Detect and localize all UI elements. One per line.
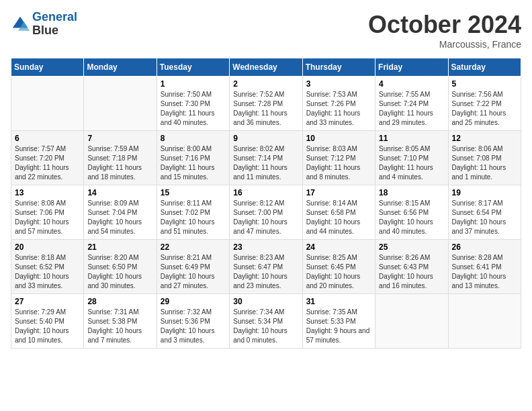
day-info: Sunrise: 8:25 AM Sunset: 6:45 PM Dayligh… — [306, 253, 371, 291]
day-number: 1 — [161, 79, 226, 89]
day-info: Sunrise: 8:08 AM Sunset: 7:06 PM Dayligh… — [15, 199, 80, 236]
day-number: 25 — [379, 242, 444, 252]
calendar-cell: 12Sunrise: 8:06 AM Sunset: 7:08 PM Dayli… — [448, 131, 521, 185]
day-number: 22 — [161, 242, 226, 252]
calendar-cell: 3Sunrise: 7:53 AM Sunset: 7:26 PM Daylig… — [302, 77, 375, 131]
day-info: Sunrise: 8:14 AM Sunset: 6:58 PM Dayligh… — [306, 199, 371, 236]
day-info: Sunrise: 8:20 AM Sunset: 6:50 PM Dayligh… — [87, 253, 152, 291]
day-number: 19 — [452, 188, 517, 197]
day-info: Sunrise: 7:50 AM Sunset: 7:30 PM Dayligh… — [161, 90, 226, 128]
calendar-cell: 17Sunrise: 8:14 AM Sunset: 6:58 PM Dayli… — [302, 185, 375, 240]
day-number: 10 — [306, 134, 371, 143]
calendar-cell: 9Sunrise: 8:02 AM Sunset: 7:14 PM Daylig… — [230, 131, 302, 185]
day-number: 13 — [15, 188, 80, 197]
logo-icon — [11, 15, 30, 34]
calendar-cell: 22Sunrise: 8:21 AM Sunset: 6:49 PM Dayli… — [157, 240, 229, 294]
day-info: Sunrise: 7:29 AM Sunset: 5:40 PM Dayligh… — [15, 308, 80, 345]
calendar-cell — [84, 77, 157, 131]
weekday-header: Saturday — [448, 58, 521, 77]
day-number: 27 — [15, 297, 80, 306]
day-info: Sunrise: 7:59 AM Sunset: 7:18 PM Dayligh… — [87, 144, 152, 182]
title-block: October 2024 Marcoussis, France — [368, 11, 521, 50]
day-info: Sunrise: 8:23 AM Sunset: 6:47 PM Dayligh… — [233, 253, 298, 291]
calendar-cell: 27Sunrise: 7:29 AM Sunset: 5:40 PM Dayli… — [11, 294, 84, 349]
day-info: Sunrise: 8:00 AM Sunset: 7:16 PM Dayligh… — [161, 144, 226, 182]
day-number: 6 — [15, 134, 80, 143]
day-number: 24 — [306, 242, 371, 252]
day-info: Sunrise: 8:17 AM Sunset: 6:54 PM Dayligh… — [452, 199, 517, 236]
calendar-cell: 23Sunrise: 8:23 AM Sunset: 6:47 PM Dayli… — [230, 240, 302, 294]
day-number: 31 — [306, 297, 371, 306]
calendar-cell — [375, 294, 448, 349]
day-info: Sunrise: 8:06 AM Sunset: 7:08 PM Dayligh… — [452, 144, 517, 182]
calendar-cell — [11, 77, 84, 131]
day-info: Sunrise: 8:26 AM Sunset: 6:43 PM Dayligh… — [379, 253, 444, 291]
day-number: 2 — [233, 79, 298, 89]
day-number: 18 — [379, 188, 444, 197]
calendar-week-row: 1Sunrise: 7:50 AM Sunset: 7:30 PM Daylig… — [11, 77, 521, 131]
day-info: Sunrise: 8:09 AM Sunset: 7:04 PM Dayligh… — [87, 199, 152, 236]
day-number: 8 — [161, 134, 226, 143]
day-number: 17 — [306, 188, 371, 197]
location: Marcoussis, France — [368, 39, 521, 50]
day-number: 16 — [233, 188, 298, 197]
day-info: Sunrise: 7:53 AM Sunset: 7:26 PM Dayligh… — [306, 90, 371, 128]
day-number: 26 — [452, 242, 517, 252]
day-info: Sunrise: 8:11 AM Sunset: 7:02 PM Dayligh… — [161, 199, 226, 236]
day-number: 30 — [233, 297, 298, 306]
day-info: Sunrise: 8:28 AM Sunset: 6:41 PM Dayligh… — [452, 253, 517, 291]
day-info: Sunrise: 7:31 AM Sunset: 5:38 PM Dayligh… — [87, 308, 152, 345]
logo: General Blue — [11, 11, 77, 38]
calendar-cell: 29Sunrise: 7:32 AM Sunset: 5:36 PM Dayli… — [157, 294, 229, 349]
calendar-cell: 16Sunrise: 8:12 AM Sunset: 7:00 PM Dayli… — [230, 185, 302, 240]
day-info: Sunrise: 8:18 AM Sunset: 6:52 PM Dayligh… — [15, 253, 80, 291]
calendar-cell: 15Sunrise: 8:11 AM Sunset: 7:02 PM Dayli… — [157, 185, 229, 240]
day-info: Sunrise: 7:52 AM Sunset: 7:28 PM Dayligh… — [233, 90, 298, 128]
day-number: 15 — [161, 188, 226, 197]
day-number: 21 — [87, 242, 152, 252]
day-info: Sunrise: 7:57 AM Sunset: 7:20 PM Dayligh… — [15, 144, 80, 182]
calendar-cell: 8Sunrise: 8:00 AM Sunset: 7:16 PM Daylig… — [157, 131, 229, 185]
weekday-header: Monday — [84, 58, 157, 77]
day-number: 14 — [87, 188, 152, 197]
calendar-cell: 14Sunrise: 8:09 AM Sunset: 7:04 PM Dayli… — [84, 185, 157, 240]
calendar-cell: 28Sunrise: 7:31 AM Sunset: 5:38 PM Dayli… — [84, 294, 157, 349]
day-number: 11 — [379, 134, 444, 143]
calendar-cell: 18Sunrise: 8:15 AM Sunset: 6:56 PM Dayli… — [375, 185, 448, 240]
logo-line2: Blue — [32, 24, 77, 38]
day-number: 9 — [233, 134, 298, 143]
day-number: 3 — [306, 79, 371, 89]
day-info: Sunrise: 8:12 AM Sunset: 7:00 PM Dayligh… — [233, 199, 298, 236]
calendar-cell: 6Sunrise: 7:57 AM Sunset: 7:20 PM Daylig… — [11, 131, 84, 185]
calendar-week-row: 27Sunrise: 7:29 AM Sunset: 5:40 PM Dayli… — [11, 294, 521, 349]
calendar-week-row: 13Sunrise: 8:08 AM Sunset: 7:06 PM Dayli… — [11, 185, 521, 240]
weekday-header: Friday — [375, 58, 448, 77]
day-number: 5 — [452, 79, 517, 89]
header-row: SundayMondayTuesdayWednesdayThursdayFrid… — [11, 58, 521, 77]
page-header: General Blue October 2024 Marcoussis, Fr… — [11, 11, 521, 50]
day-info: Sunrise: 7:34 AM Sunset: 5:34 PM Dayligh… — [233, 308, 298, 345]
day-number: 29 — [161, 297, 226, 306]
day-info: Sunrise: 8:02 AM Sunset: 7:14 PM Dayligh… — [233, 144, 298, 182]
weekday-header: Wednesday — [230, 58, 302, 77]
day-info: Sunrise: 8:15 AM Sunset: 6:56 PM Dayligh… — [379, 199, 444, 236]
calendar-cell: 25Sunrise: 8:26 AM Sunset: 6:43 PM Dayli… — [375, 240, 448, 294]
calendar-week-row: 6Sunrise: 7:57 AM Sunset: 7:20 PM Daylig… — [11, 131, 521, 185]
calendar-cell — [448, 294, 521, 349]
calendar-body: 1Sunrise: 7:50 AM Sunset: 7:30 PM Daylig… — [11, 77, 521, 349]
calendar-cell: 30Sunrise: 7:34 AM Sunset: 5:34 PM Dayli… — [230, 294, 302, 349]
day-info: Sunrise: 8:05 AM Sunset: 7:10 PM Dayligh… — [379, 144, 444, 182]
calendar-cell: 26Sunrise: 8:28 AM Sunset: 6:41 PM Dayli… — [448, 240, 521, 294]
calendar-cell: 11Sunrise: 8:05 AM Sunset: 7:10 PM Dayli… — [375, 131, 448, 185]
day-number: 4 — [379, 79, 444, 89]
calendar-week-row: 20Sunrise: 8:18 AM Sunset: 6:52 PM Dayli… — [11, 240, 521, 294]
calendar-cell: 31Sunrise: 7:35 AM Sunset: 5:33 PM Dayli… — [302, 294, 375, 349]
calendar-cell: 10Sunrise: 8:03 AM Sunset: 7:12 PM Dayli… — [302, 131, 375, 185]
month-title: October 2024 — [368, 11, 521, 39]
calendar-cell: 24Sunrise: 8:25 AM Sunset: 6:45 PM Dayli… — [302, 240, 375, 294]
day-number: 20 — [15, 242, 80, 252]
calendar-cell: 20Sunrise: 8:18 AM Sunset: 6:52 PM Dayli… — [11, 240, 84, 294]
day-number: 23 — [233, 242, 298, 252]
calendar-cell: 13Sunrise: 8:08 AM Sunset: 7:06 PM Dayli… — [11, 185, 84, 240]
weekday-header: Sunday — [11, 58, 84, 77]
